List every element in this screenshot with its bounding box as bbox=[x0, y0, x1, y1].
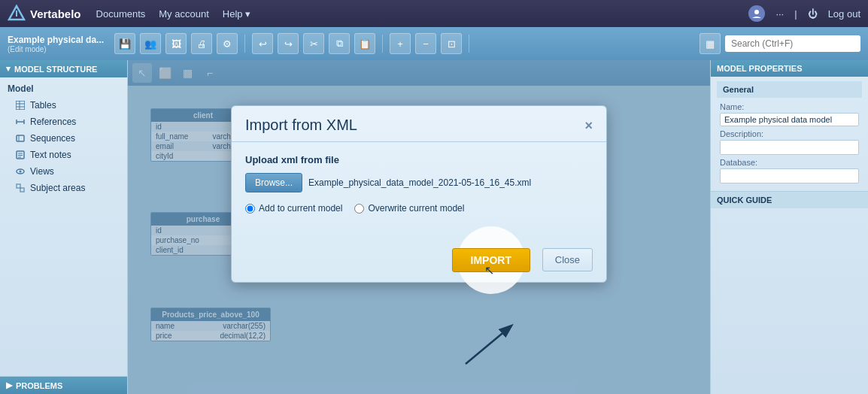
description-value bbox=[720, 140, 859, 155]
svg-rect-3 bbox=[16, 101, 25, 110]
toolbar-image-btn[interactable]: 🖼 bbox=[165, 33, 187, 54]
sidebar-item-text-notes[interactable]: Text notes bbox=[0, 147, 127, 163]
user-icon[interactable] bbox=[748, 5, 765, 22]
toolbar-paste-btn[interactable]: 📋 bbox=[354, 33, 375, 54]
doc-title: Example physical da... bbox=[8, 35, 104, 45]
database-label: Database: bbox=[720, 158, 859, 167]
radio-add-input[interactable] bbox=[245, 204, 255, 214]
app-name: Vertabelo bbox=[30, 8, 81, 20]
svg-point-17 bbox=[20, 171, 22, 173]
top-navigation: Vertabelo Documents My account Help ▾ ··… bbox=[0, 0, 868, 27]
toolbar-settings-btn[interactable]: ⚙ bbox=[217, 33, 238, 54]
sidebar-item-views-label: Views bbox=[30, 166, 54, 177]
description-label: Description: bbox=[720, 129, 859, 138]
import-mode-radio-group: Add to current model Overwrite current m… bbox=[245, 203, 593, 214]
svg-line-20 bbox=[466, 326, 511, 364]
quick-guide-title: QUICK GUIDE bbox=[711, 192, 868, 208]
nav-help[interactable]: Help ▾ bbox=[223, 8, 250, 20]
database-value bbox=[720, 168, 859, 183]
file-name-display: Example_physical_data_model_2021-05-16_1… bbox=[308, 177, 593, 188]
sidebar-item-text-notes-label: Text notes bbox=[30, 150, 71, 160]
radio-add-to-current[interactable]: Add to current model bbox=[245, 203, 342, 214]
modal-header: Import from XML × bbox=[232, 106, 606, 142]
vertabelo-logo-icon bbox=[8, 5, 26, 23]
problems-label: PROBLEMS bbox=[16, 381, 62, 390]
logo: Vertabelo bbox=[8, 5, 81, 23]
view-toggle-btn[interactable]: ▦ bbox=[700, 33, 721, 54]
sequence-icon bbox=[15, 133, 26, 144]
radio-add-label: Add to current model bbox=[259, 203, 342, 214]
logout-link[interactable]: Log out bbox=[828, 8, 860, 20]
view-icon bbox=[15, 166, 26, 177]
sidebar-item-references-label: References bbox=[30, 117, 76, 127]
general-section-title: General bbox=[717, 81, 862, 98]
second-toolbar: Example physical da... (Edit mode) 💾 👥 🖼… bbox=[0, 27, 868, 60]
sidebar-bottom: ▶ PROBLEMS bbox=[0, 376, 127, 394]
main-layout: ▾ MODEL STRUCTURE Model Tables Reference… bbox=[0, 60, 868, 394]
doc-subtitle: (Edit mode) bbox=[8, 45, 104, 53]
svg-rect-10 bbox=[17, 135, 24, 141]
problems-header: ▶ PROBLEMS bbox=[0, 377, 127, 394]
subject-icon bbox=[15, 183, 26, 193]
toolbar-redo-btn[interactable]: ↪ bbox=[278, 33, 299, 54]
modal-body: Upload xml from file Browse... Example_p… bbox=[232, 142, 606, 241]
name-label: Name: bbox=[720, 102, 859, 111]
svg-rect-19 bbox=[20, 188, 24, 192]
nav-right: ··· | ⏻ Log out bbox=[748, 5, 860, 22]
model-structure-header: ▾ MODEL STRUCTURE bbox=[0, 60, 127, 77]
modal-title: Import from XML bbox=[245, 117, 357, 134]
toolbar-print-btn[interactable]: 🖨 bbox=[191, 33, 212, 54]
left-sidebar: ▾ MODEL STRUCTURE Model Tables Reference… bbox=[0, 60, 128, 394]
sidebar-collapse-arrow[interactable]: ▾ bbox=[6, 64, 11, 74]
model-structure-label: MODEL STRUCTURE bbox=[14, 65, 97, 74]
toolbar-undo-btn[interactable]: ↩ bbox=[252, 33, 273, 54]
problems-arrow[interactable]: ▶ bbox=[6, 380, 12, 390]
modal-overlay: Import from XML × Upload xml from file B… bbox=[128, 60, 710, 394]
model-properties-header: MODEL PROPERTIES bbox=[711, 60, 868, 77]
radio-overwrite-input[interactable] bbox=[354, 204, 364, 214]
toolbar-sep-2 bbox=[382, 35, 383, 53]
nav-documents[interactable]: Documents bbox=[96, 8, 146, 20]
sidebar-item-references[interactable]: References bbox=[0, 114, 127, 130]
name-value: Example physical data model bbox=[720, 113, 859, 126]
file-upload-row: Browse... Example_physical_data_model_20… bbox=[245, 173, 593, 192]
sidebar-item-subject-areas-label: Subject areas bbox=[30, 183, 85, 193]
radio-overwrite[interactable]: Overwrite current model bbox=[354, 203, 464, 214]
sidebar-model-section: Model Tables References Sequences bbox=[0, 77, 127, 199]
radio-overwrite-label: Overwrite current model bbox=[368, 203, 464, 214]
sidebar-item-views[interactable]: Views bbox=[0, 163, 127, 180]
sidebar-item-subject-areas[interactable]: Subject areas bbox=[0, 180, 127, 196]
modal-footer: IMPORT ↖ Close bbox=[232, 241, 606, 282]
sidebar-item-sequences[interactable]: Sequences bbox=[0, 130, 127, 147]
import-xml-modal: Import from XML × Upload xml from file B… bbox=[231, 105, 607, 283]
center-canvas: ↖ ⬜ ▦ ⌐ client idint full_namevarchar(2.… bbox=[128, 60, 710, 394]
table-icon bbox=[15, 100, 26, 111]
tooltip-arrow-svg bbox=[462, 323, 522, 368]
toolbar-cut-btn[interactable]: ✂ bbox=[303, 33, 324, 54]
browse-button[interactable]: Browse... bbox=[245, 173, 302, 192]
modal-close-button[interactable]: × bbox=[584, 119, 593, 132]
nav-my-account[interactable]: My account bbox=[159, 8, 208, 20]
toolbar-users-btn[interactable]: 👥 bbox=[140, 33, 161, 54]
close-button[interactable]: Close bbox=[542, 248, 593, 271]
search-input[interactable] bbox=[725, 35, 860, 52]
upload-section-title: Upload xml from file bbox=[245, 154, 593, 165]
right-sidebar: MODEL PROPERTIES General Name: Example p… bbox=[710, 60, 868, 394]
spotlight-circle: IMPORT bbox=[457, 226, 525, 294]
toolbar-zoom-out-btn[interactable]: − bbox=[415, 33, 436, 54]
sidebar-item-sequences-label: Sequences bbox=[30, 133, 75, 144]
toolbar-save-btn[interactable]: 💾 bbox=[114, 33, 135, 54]
textnote-icon bbox=[15, 150, 26, 160]
sidebar-model-label: Model bbox=[0, 80, 127, 97]
sidebar-item-tables[interactable]: Tables bbox=[0, 97, 127, 114]
sidebar-item-tables-label: Tables bbox=[30, 100, 56, 111]
toolbar-fit-btn[interactable]: ⊡ bbox=[441, 33, 462, 54]
nav-ellipsis: ··· bbox=[775, 8, 784, 20]
cursor-icon: ↖ bbox=[484, 263, 494, 277]
toolbar-copy-btn[interactable]: ⧉ bbox=[329, 33, 350, 54]
toolbar-zoom-in-btn[interactable]: + bbox=[390, 33, 411, 54]
nav-links: Documents My account Help ▾ bbox=[96, 8, 251, 20]
toolbar-sep-1 bbox=[244, 35, 245, 53]
svg-point-2 bbox=[754, 10, 759, 14]
general-section: General Name: Example physical data mode… bbox=[711, 77, 868, 192]
